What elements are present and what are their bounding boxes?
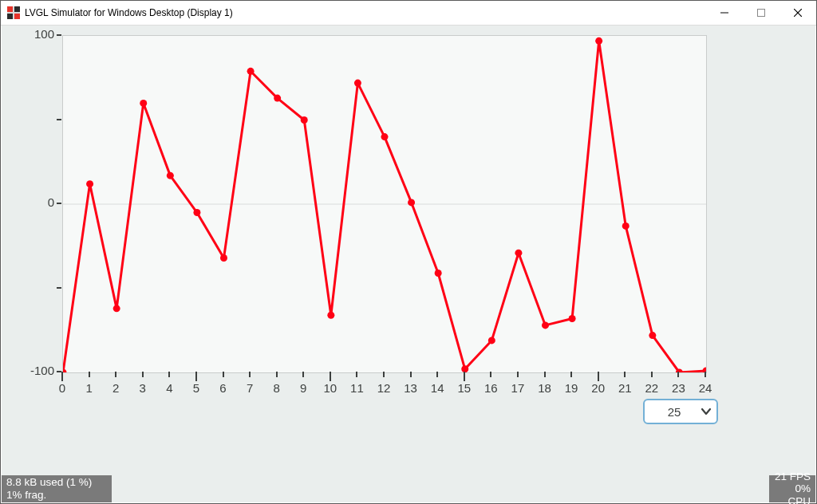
chart-point xyxy=(247,68,255,75)
chart-point xyxy=(327,312,334,319)
chart-point xyxy=(461,365,468,372)
app-window: LVGL Simulator for Windows Desktop (Disp… xyxy=(0,0,817,504)
chart-series-line xyxy=(63,41,706,372)
x-tick xyxy=(302,372,304,377)
x-tick xyxy=(544,372,546,377)
x-tick xyxy=(705,372,706,377)
y-axis-label: 0 xyxy=(16,195,54,209)
svg-rect-4 xyxy=(14,14,20,19)
chart-point xyxy=(193,209,200,216)
chart-point xyxy=(113,305,120,312)
chart-svg xyxy=(63,36,706,372)
x-axis-label: 16 xyxy=(484,381,498,395)
chart-point xyxy=(515,250,522,257)
x-tick xyxy=(249,372,251,377)
chart-point xyxy=(354,80,361,87)
y-tick xyxy=(57,34,61,36)
titlebar: LVGL Simulator for Windows Desktop (Disp… xyxy=(1,1,816,26)
x-tick xyxy=(464,372,465,381)
chart-point xyxy=(542,321,549,329)
chart-point xyxy=(649,332,656,339)
x-tick xyxy=(142,372,144,377)
x-tick xyxy=(195,372,197,381)
chart-point xyxy=(408,199,415,206)
x-tick xyxy=(517,372,519,377)
x-axis-label: 3 xyxy=(140,381,146,395)
x-tick xyxy=(490,372,491,377)
chart-point xyxy=(381,133,389,140)
x-axis-label: 9 xyxy=(300,381,306,395)
minimize-button[interactable] xyxy=(706,1,743,25)
x-axis-label: 0 xyxy=(59,381,65,395)
x-tick xyxy=(651,372,653,377)
dropdown-value: 25 xyxy=(645,405,696,419)
svg-rect-6 xyxy=(758,10,765,17)
maximize-button[interactable] xyxy=(743,1,780,25)
cpu-text: 0% CPU xyxy=(774,482,811,504)
chart-point xyxy=(569,315,576,322)
x-axis-label: 5 xyxy=(193,381,199,395)
chart-point xyxy=(274,95,281,102)
x-tick xyxy=(410,372,412,377)
fps-text: 21 FPS xyxy=(775,471,811,483)
x-axis-label: 2 xyxy=(112,381,119,395)
x-tick xyxy=(168,372,170,377)
y-tick xyxy=(57,203,61,204)
chart-point xyxy=(435,270,442,277)
chart-point xyxy=(63,369,67,373)
close-button[interactable] xyxy=(780,1,816,25)
chart-point xyxy=(301,116,308,124)
y-axis-label: 100 xyxy=(16,27,54,41)
perf-status-overlay: 21 FPS 0% CPU xyxy=(769,475,815,502)
x-tick xyxy=(570,372,572,377)
chart-point xyxy=(86,180,93,187)
x-axis-label: 17 xyxy=(511,381,525,395)
x-axis-label: 19 xyxy=(565,381,578,395)
x-tick xyxy=(330,372,331,381)
x-tick xyxy=(276,372,278,377)
x-tick xyxy=(356,372,357,377)
x-tick xyxy=(383,372,385,377)
x-axis-label: 18 xyxy=(538,381,551,395)
svg-rect-1 xyxy=(7,6,13,12)
x-axis-label: 1 xyxy=(85,381,92,395)
mem-frag-text: 1% frag. xyxy=(6,489,107,502)
x-axis-label: 24 xyxy=(699,381,712,395)
chart-point xyxy=(220,254,227,262)
x-axis-label: 21 xyxy=(618,381,632,395)
lvgl-app-icon xyxy=(7,6,20,19)
x-tick xyxy=(89,372,90,377)
x-tick xyxy=(677,372,679,377)
point-count-dropdown[interactable]: 25 xyxy=(643,399,718,424)
x-axis-label: 4 xyxy=(166,381,172,395)
x-axis-label: 13 xyxy=(404,381,417,395)
x-axis-label: 10 xyxy=(323,381,337,395)
x-tick xyxy=(223,372,224,377)
window-title: LVGL Simulator for Windows Desktop (Disp… xyxy=(25,7,233,18)
x-tick xyxy=(624,372,626,377)
x-axis-label: 6 xyxy=(219,381,226,395)
x-axis-label: 20 xyxy=(591,381,605,395)
chart-point xyxy=(140,100,147,107)
svg-rect-3 xyxy=(7,14,13,19)
chart-point xyxy=(622,222,630,230)
x-axis-label: 15 xyxy=(457,381,471,395)
x-axis-label: 23 xyxy=(672,381,685,395)
chevron-down-icon xyxy=(696,406,716,417)
mem-used-text: 8.8 kB used (1 %) xyxy=(6,476,107,489)
x-tick xyxy=(61,372,63,381)
x-axis-label: 22 xyxy=(645,381,658,395)
x-axis-label: 7 xyxy=(247,381,253,395)
chart-point xyxy=(595,37,602,45)
svg-rect-2 xyxy=(14,6,20,12)
x-axis-label: 11 xyxy=(350,381,364,395)
chart-point xyxy=(488,337,495,344)
x-axis-label: 12 xyxy=(377,381,391,395)
x-tick xyxy=(436,372,438,377)
memory-status-overlay: 8.8 kB used (1 %) 1% frag. xyxy=(2,475,112,502)
x-axis-label: 14 xyxy=(431,381,444,395)
x-axis-label: 8 xyxy=(273,381,279,395)
content-area: 1000-10001234567891011121314151617181920… xyxy=(2,26,815,502)
y-axis-label: -100 xyxy=(16,364,54,377)
y-tick xyxy=(57,287,61,289)
